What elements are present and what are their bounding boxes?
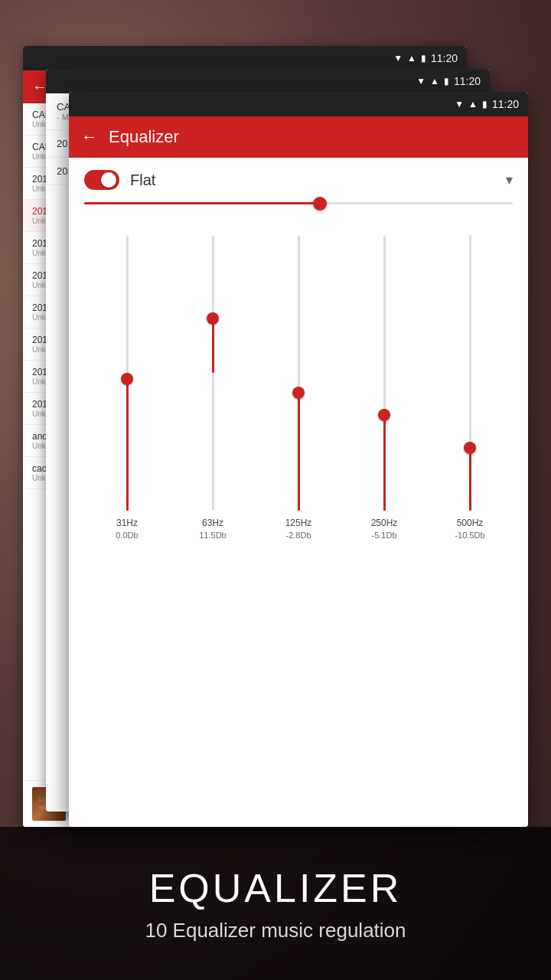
eq-band-31hz: 31Hz 0.0Db [84,235,170,541]
band-freq-4: 250Hz [371,517,398,530]
band-thumb-1 [121,373,133,385]
eq-band-250hz: 250Hz -5.1Db [341,235,427,541]
eq-band-63hz: 63Hz 11.5Db [170,235,256,541]
back-status-bar: ▼ ▲ ▮ 11:20 [23,46,467,70]
signal-icon-mid: ▲ [430,76,439,87]
toggle-knob [101,172,116,188]
back-arrow-icon[interactable]: ← [32,78,47,96]
band-label-5: 500Hz -10.5Db [455,517,484,541]
slider-track [84,202,513,204]
status-time-mid: 11:20 [454,75,481,87]
band-label-2: 63Hz 11.5Db [199,517,226,541]
cards-container: ▼ ▲ ▮ 11:20 ← 2016-01-11 10:25:30.mp3 Un… [23,46,528,827]
band-db-2: 11.5Db [199,530,226,541]
eq-toggle[interactable] [84,170,119,190]
band-db-4: -5.1Db [371,530,398,541]
eq-back-button[interactable]: ← [81,127,98,147]
eq-status-time: 11:20 [492,98,519,110]
band-freq-5: 500Hz [455,517,484,530]
band-freq-3: 125Hz [285,517,312,530]
app-title: EQUALIZER [149,865,403,911]
eq-preset-row: Flat ▾ [84,170,513,190]
band-track-5[interactable] [469,235,471,511]
band-db-3: -2.8Db [285,530,312,541]
signal-icon-eq: ▲ [468,99,478,109]
band-label-1: 31Hz 0.0Db [116,517,138,541]
battery-icon: ▮ [421,53,426,64]
eq-band-125hz: 125Hz -2.8Db [256,235,341,541]
wifi-icon-eq: ▼ [455,99,464,109]
slider-fill [84,202,320,204]
preset-label: Flat [130,172,495,189]
band-freq-1: 31Hz [116,517,138,530]
band-track-2[interactable] [212,235,214,511]
eq-bands-container: 31Hz 0.0Db 63Hz 11.5Db [84,220,513,541]
band-freq-2: 63Hz [199,517,226,530]
band-thumb-4 [378,409,390,421]
band-db-5: -10.5Db [455,530,484,541]
band-db-1: 0.0Db [116,530,138,541]
status-time-back: 11:20 [431,52,458,64]
band-track-4[interactable] [383,235,386,511]
eq-band-500hz: 500Hz -10.5Db [427,235,513,541]
eq-header: ← Equalizer [69,116,528,158]
band-track-3[interactable] [298,235,300,511]
app-subtitle: 10 Equalizer music regulation [145,919,406,942]
signal-icon: ▲ [407,53,416,64]
wifi-icon: ▼ [393,53,403,64]
band-label-3: 125Hz -2.8Db [285,517,312,541]
wifi-icon-mid: ▼ [416,76,425,87]
battery-icon-mid: ▮ [444,76,449,87]
global-slider[interactable] [84,202,513,204]
band-fill-4 [383,409,386,511]
band-fill-3 [298,387,300,511]
equalizer-card: ▼ ▲ ▮ 11:20 ← Equalizer Flat ▾ [69,92,528,827]
preset-dropdown-icon[interactable]: ▾ [506,172,513,188]
band-fill-1 [126,373,129,511]
band-thumb-3 [292,387,305,399]
band-thumb-5 [464,442,476,454]
mid-status-bar: ▼ ▲ ▮ 11:20 [46,69,490,93]
band-track-1[interactable] [126,235,129,511]
eq-body: Flat ▾ 31Hz [69,158,528,554]
eq-title: Equalizer [109,127,179,147]
battery-icon-eq: ▮ [482,99,487,109]
slider-thumb[interactable] [313,197,327,211]
band-label-4: 250Hz -5.1Db [371,517,398,541]
eq-status-bar: ▼ ▲ ▮ 11:20 [69,92,528,116]
band-thumb-2 [207,312,219,325]
bottom-section: EQUALIZER 10 Equalizer music regulation [0,827,551,980]
